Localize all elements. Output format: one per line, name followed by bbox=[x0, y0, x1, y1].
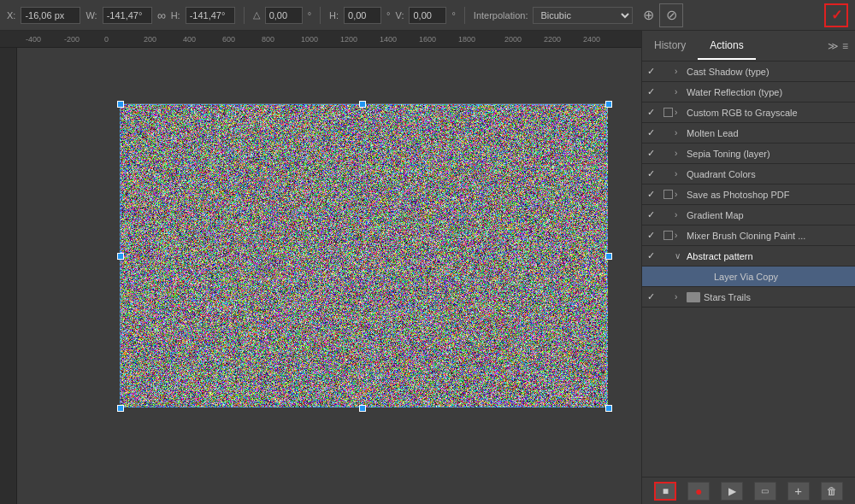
action-check-6[interactable]: ✓ bbox=[647, 168, 661, 179]
action-name-6: Quadrant Colors bbox=[687, 169, 850, 179]
w-input[interactable] bbox=[103, 7, 152, 24]
main-area: -400 -200 0 200 400 600 800 1000 1200 14… bbox=[0, 31, 855, 504]
stop-button[interactable]: ■ bbox=[654, 482, 676, 501]
tab-history[interactable]: History bbox=[642, 32, 698, 60]
ruler-mark: 800 bbox=[262, 35, 274, 44]
action-name-12: Stars Trails bbox=[704, 292, 850, 302]
play-icon: ▶ bbox=[728, 485, 736, 497]
action-check-8[interactable]: ✓ bbox=[647, 209, 661, 220]
action-name-10: Abstract pattern bbox=[687, 251, 850, 261]
handle-mid-left[interactable] bbox=[117, 253, 124, 260]
action-item-7[interactable]: ✓›Save as Photoshop PDF bbox=[642, 185, 855, 205]
action-check-1[interactable]: ✓ bbox=[647, 66, 661, 77]
sep1 bbox=[244, 7, 245, 24]
action-arrow-9: › bbox=[675, 231, 687, 240]
panel-more-icon[interactable]: ≫ bbox=[828, 40, 839, 52]
canvas-area: -400 -200 0 200 400 600 800 1000 1200 14… bbox=[0, 31, 641, 504]
panel-menu-icon[interactable]: ≡ bbox=[842, 40, 848, 52]
play-button[interactable]: ▶ bbox=[721, 482, 743, 501]
action-item-3[interactable]: ✓›Custom RGB to Grayscale bbox=[642, 103, 855, 123]
delete-button[interactable]: 🗑 bbox=[821, 482, 843, 501]
action-arrow-5: › bbox=[675, 149, 687, 158]
handle-bot-right[interactable] bbox=[605, 405, 612, 412]
ruler-mark: 2200 bbox=[544, 35, 561, 44]
cancel-button[interactable]: ⊘ bbox=[659, 3, 683, 27]
ruler-top: -400 -200 0 200 400 600 800 1000 1200 14… bbox=[0, 31, 641, 48]
action-modal-7 bbox=[661, 190, 675, 199]
action-check-12[interactable]: ✓ bbox=[647, 291, 661, 302]
action-check-3[interactable]: ✓ bbox=[647, 107, 661, 118]
action-item-8[interactable]: ✓›Gradient Map bbox=[642, 205, 855, 226]
action-name-4: Molten Lead bbox=[687, 128, 850, 138]
delete-icon: 🗑 bbox=[827, 485, 837, 497]
action-arrow-3: › bbox=[675, 108, 687, 117]
action-name-2: Water Reflection (type) bbox=[687, 87, 850, 97]
ruler-mark: 1400 bbox=[380, 35, 397, 44]
v-input[interactable] bbox=[409, 7, 446, 24]
ruler-mark: -400 bbox=[26, 35, 41, 44]
handle-top-right[interactable] bbox=[605, 101, 612, 108]
x-label: X: bbox=[7, 10, 15, 21]
confirm-button[interactable]: ✓ bbox=[824, 3, 848, 27]
w-label: W: bbox=[86, 10, 97, 21]
canvas-image bbox=[120, 103, 607, 407]
action-check-2[interactable]: ✓ bbox=[647, 86, 661, 97]
actions-list: ✓›Cast Shadow (type)✓›Water Reflection (… bbox=[642, 62, 855, 477]
stop-icon: ■ bbox=[663, 485, 669, 497]
handle-top-left[interactable] bbox=[117, 101, 124, 108]
action-item-1[interactable]: ✓›Cast Shadow (type) bbox=[642, 62, 855, 82]
main-toolbar: X: W: ∞ H: △ ° H: ° V: ° Interpolation: … bbox=[0, 0, 855, 31]
h2-input[interactable] bbox=[344, 7, 381, 24]
handle-bot-mid[interactable] bbox=[359, 405, 366, 412]
interpolation-label: Interpolation: bbox=[474, 10, 528, 21]
canvas-viewport[interactable] bbox=[17, 48, 641, 504]
h-input[interactable] bbox=[186, 7, 235, 24]
action-check-7[interactable]: ✓ bbox=[647, 189, 661, 200]
link-icon: ∞ bbox=[157, 9, 166, 22]
action-item-10[interactable]: ✓∨Abstract pattern bbox=[642, 246, 855, 267]
ruler-mark: 1000 bbox=[301, 35, 318, 44]
action-arrow-10: ∨ bbox=[675, 251, 687, 261]
sep2 bbox=[320, 7, 321, 24]
action-item-6[interactable]: ✓›Quadrant Colors bbox=[642, 164, 855, 185]
interpolation-select[interactable]: Bicubic Bilinear Nearest Neighbor bbox=[533, 7, 633, 24]
action-name-9: Mixer Brush Cloning Paint ... bbox=[687, 231, 850, 241]
folder-button[interactable]: ▭ bbox=[754, 482, 776, 501]
action-item-11[interactable]: Layer Via Copy bbox=[642, 267, 855, 287]
handle-top-mid[interactable] bbox=[359, 101, 366, 108]
action-item-2[interactable]: ✓›Water Reflection (type) bbox=[642, 82, 855, 103]
noise-canvas bbox=[121, 104, 608, 407]
action-arrow-7: › bbox=[675, 190, 687, 199]
action-check-5[interactable]: ✓ bbox=[647, 148, 661, 159]
rotate-label: △ bbox=[253, 9, 260, 21]
tab-actions[interactable]: Actions bbox=[698, 32, 755, 60]
action-check-4[interactable]: ✓ bbox=[647, 127, 661, 138]
ruler-mark: 2400 bbox=[583, 35, 600, 44]
action-name-1: Cast Shadow (type) bbox=[687, 67, 850, 77]
ruler-left bbox=[0, 48, 17, 504]
ruler-mark: 200 bbox=[144, 35, 156, 44]
action-arrow-2: › bbox=[675, 87, 687, 97]
handle-mid-right[interactable] bbox=[605, 253, 612, 260]
action-check-10[interactable]: ✓ bbox=[647, 250, 661, 261]
right-panel: History Actions ≫ ≡ ✓›Cast Shadow (type)… bbox=[641, 31, 855, 504]
action-name-7: Save as Photoshop PDF bbox=[687, 190, 850, 200]
action-modal-9 bbox=[661, 231, 675, 240]
folder-icon: ▭ bbox=[761, 486, 769, 495]
x-input[interactable] bbox=[21, 7, 80, 24]
action-check-9[interactable]: ✓ bbox=[647, 230, 661, 241]
rotate-input[interactable] bbox=[265, 7, 303, 24]
ruler-mark: 0 bbox=[104, 35, 109, 44]
handle-bot-left[interactable] bbox=[117, 405, 124, 412]
action-arrow-4: › bbox=[675, 128, 687, 138]
record-icon: ● bbox=[695, 484, 702, 498]
action-item-12[interactable]: ✓›Stars Trails bbox=[642, 287, 855, 308]
new-icon: + bbox=[794, 483, 802, 498]
ruler-mark: 1200 bbox=[340, 35, 357, 44]
record-button[interactable]: ● bbox=[687, 482, 710, 501]
action-item-4[interactable]: ✓›Molten Lead bbox=[642, 123, 855, 144]
action-item-9[interactable]: ✓›Mixer Brush Cloning Paint ... bbox=[642, 226, 855, 246]
action-arrow-8: › bbox=[675, 210, 687, 220]
action-item-5[interactable]: ✓›Sepia Toning (layer) bbox=[642, 144, 855, 164]
new-action-button[interactable]: + bbox=[787, 482, 810, 501]
